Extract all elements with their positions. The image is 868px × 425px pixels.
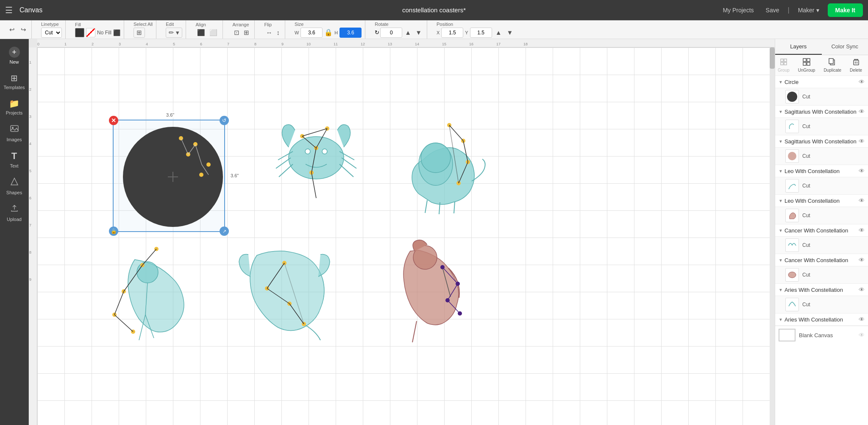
layer-group-cancer2-header[interactable]: ▼ Cancer With Constellation 👁 [775,254,868,266]
sidebar-item-shapes[interactable]: Shapes [0,173,28,199]
layer-group-leo1-header[interactable]: ▼ Leo With Constellation 👁 [775,165,868,177]
pos-down-button[interactable]: ▼ [505,28,515,37]
layer-item-aries1-cut[interactable]: Cut [775,296,868,313]
fill-group: Fill No Fill ⬛ [72,20,124,39]
size-w-input[interactable] [300,28,323,38]
layer-item-circle-cut[interactable]: Cut [775,88,868,105]
pos-up-button[interactable]: ▲ [494,28,504,37]
layer-eye-icon[interactable]: 👁 [859,316,865,323]
layer-eye-icon[interactable]: 👁 [859,108,865,115]
layer-eye-icon[interactable]: 👁 [859,227,865,234]
rotate-handle[interactable]: ↺ [220,116,229,125]
sagittarius-bottom-object[interactable] [105,238,198,344]
circle-object[interactable] [122,126,224,228]
layer-thumb-cancer2 [785,268,799,282]
fill-color-swatch[interactable] [75,28,84,37]
delete-handle[interactable]: ✕ [109,116,118,125]
delete-button[interactable]: Delete [846,57,865,74]
maker-button[interactable]: Maker ▾ [795,5,823,15]
tab-color-sync[interactable]: Color Sync [822,39,868,55]
align-left-button[interactable]: ⬛ [195,28,207,37]
make-it-button[interactable]: Make It [828,3,863,17]
cancer-object[interactable] [270,109,363,207]
sidebar-item-upload[interactable]: Upload [0,199,28,226]
rotate-down-button[interactable]: ▼ [414,28,423,37]
layer-item-sag2-cut[interactable]: Cut [775,147,868,165]
layer-eye-icon[interactable]: 👁 [859,168,865,174]
top-right-actions: My Projects Save | Maker ▾ Make It [719,3,863,17]
collapse-arrow-icon: ▼ [779,228,783,233]
pos-y-input[interactable] [470,28,492,38]
layer-group-aries1-header[interactable]: ▼ Aries With Constellation 👁 [775,284,868,296]
svg-point-67 [788,152,796,160]
arrange-back-button[interactable]: ⊞ [242,28,251,37]
layer-eye-icon[interactable]: 👁 [859,197,865,204]
layer-item-sag1-cut[interactable]: Cut [775,117,868,135]
sidebar-item-images[interactable]: Images [0,120,28,146]
redo-button[interactable]: ↪ [19,25,28,34]
layer-eye-icon[interactable]: 👁 [859,78,865,85]
aries-center-object[interactable] [236,243,333,344]
layer-group-sag2-header[interactable]: ▼ Sagittarius With Constellation 👁 [775,135,868,147]
undo-button[interactable]: ↩ [8,25,17,34]
save-button[interactable]: Save [762,5,783,15]
rotate-input[interactable] [380,28,402,38]
aries-right-object[interactable] [376,234,478,344]
layer-eye-icon[interactable]: 👁 [859,286,865,293]
sidebar-item-new[interactable]: + New [0,42,28,69]
layer-thumb-sag1 [785,120,799,133]
tab-layers[interactable]: Layers [775,39,822,55]
pos-x-input[interactable] [441,28,463,38]
sidebar-item-templates[interactable]: ⊞ Templates [0,69,28,94]
align-center-button[interactable]: ⬜ [208,28,219,37]
layer-group-sag1-header[interactable]: ▼ Sagittarius With Constellation 👁 [775,106,868,117]
flip-v-button[interactable]: ↕ [275,28,281,37]
sidebar-item-text[interactable]: T Text [0,146,28,173]
layer-group-circle-header[interactable]: ▼ Circle 👁 [775,76,868,88]
layer-item-cancer1-cut[interactable]: Cut [775,236,868,254]
duplicate-button[interactable]: Duplicate [820,57,845,74]
layer-group-leo2-header[interactable]: ▼ Leo With Constellation 👁 [775,195,868,207]
svg-line-19 [302,136,316,148]
edit-button[interactable]: ✏ ▾ [166,28,182,38]
leo-top-object[interactable] [393,109,487,215]
size-h-input[interactable] [339,28,362,38]
resize-handle[interactable]: ↗ [220,226,229,236]
layer-cancer2-name: Cancer With Constellation [785,257,857,263]
canvas-scrollbar[interactable] [770,48,775,425]
sidebar-item-upload-label: Upload [7,217,22,222]
my-projects-button[interactable]: My Projects [719,5,757,15]
layer-eye-icon[interactable]: 👁 [859,257,865,263]
flip-h-button[interactable]: ↔ [264,28,274,37]
maker-chevron-icon: ▾ [816,7,819,14]
canvas-area[interactable]: 0 1 2 3 4 5 6 7 8 9 10 11 12 13 14 15 16… [29,39,775,425]
select-all-button[interactable]: ⊞ [134,28,145,38]
layer-thumb-aries1 [785,298,799,311]
fill-no-fill-swatch[interactable] [86,28,95,37]
layer-item-cancer2-cut[interactable]: Cut [775,266,868,283]
layer-item-cancer1-label: Cut [802,242,865,248]
blank-canvas-eye-icon[interactable]: 👁 [859,332,865,338]
group-button[interactable]: Group [774,57,793,74]
layer-eye-icon[interactable]: 👁 [859,138,865,145]
linetype-select[interactable]: Cut [41,28,62,38]
rotate-up-button[interactable]: ▲ [403,28,413,37]
ungroup-button[interactable]: UnGroup [795,57,819,74]
layer-item-leo2-cut[interactable]: Cut [775,207,868,224]
menu-icon[interactable]: ☰ [5,5,13,15]
linetype-label: Linetype [41,22,59,27]
fill-label: Fill [75,22,81,27]
layer-group-cancer1-header[interactable]: ▼ Cancer With Constellation 👁 [775,224,868,236]
layer-group-aries2-header[interactable]: ▼ Aries With Constellation 👁 [775,313,868,325]
canvas-scrollbar-thumb[interactable] [770,48,775,69]
dimension-h-label: 3.6" [229,173,240,179]
canvas-scroll[interactable]: ✕ ↺ 🔒 ↗ 3.6" 3.6" [37,48,775,425]
arrange-front-button[interactable]: ⊡ [232,28,241,37]
layer-group-sagittarius1: ▼ Sagittarius With Constellation 👁 Cut [775,106,868,135]
layer-item-leo1-cut[interactable]: Cut [775,177,868,194]
lock-handle[interactable]: 🔒 [109,226,118,236]
app-title: Canvas [19,6,42,14]
sidebar-item-projects[interactable]: 📁 Projects [0,94,28,120]
flip-label: Flip [264,22,272,27]
layer-leo1-name: Leo With Constellation [785,168,857,174]
